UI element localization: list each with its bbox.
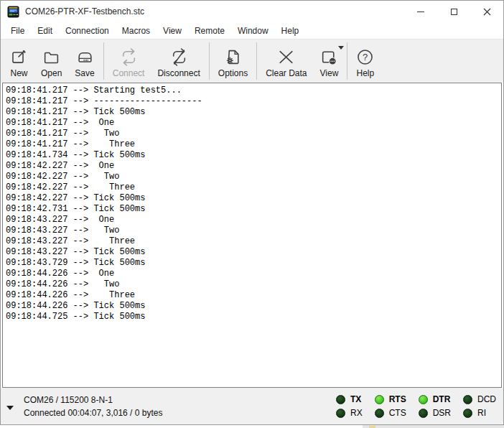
- maximize-button[interactable]: [437, 1, 470, 22]
- app-terminal-icon: [7, 6, 19, 18]
- led-label: RI: [477, 408, 486, 418]
- minimize-button[interactable]: [404, 1, 437, 22]
- led-indicator: TX: [336, 394, 363, 404]
- options-button[interactable]: Options: [212, 39, 254, 83]
- log-line: 09:18:41.217 --> Tick 500ms: [6, 107, 501, 118]
- save-button[interactable]: Save: [68, 39, 101, 83]
- port-dropdown-arrow-icon[interactable]: [6, 406, 14, 410]
- terminal-log[interactable]: 09:18:41.217 --> Starting test5... 09:18…: [2, 83, 502, 388]
- led-label: DTR: [433, 394, 451, 404]
- led-label: RX: [350, 408, 363, 418]
- led-label: DSR: [433, 408, 451, 418]
- log-line: 09:18:44.226 --> Tick 500ms: [6, 301, 501, 312]
- signal-led-panel: TX RTS DTR DCD RX CTS DSR: [336, 394, 496, 418]
- svg-text:?: ?: [363, 52, 368, 62]
- log-line: 09:18:44.725 --> Tick 500ms: [6, 312, 501, 322]
- help-label: Help: [356, 68, 374, 78]
- close-button[interactable]: [470, 1, 503, 22]
- clear-x-icon: [277, 48, 295, 66]
- open-folder-icon: [42, 48, 60, 66]
- status-text-block: COM26 / 115200 8-N-1 Connected 00:04:07,…: [24, 394, 162, 419]
- led-light-icon: [463, 395, 472, 404]
- toolbar-separator: [103, 42, 104, 80]
- new-label: New: [10, 68, 27, 78]
- log-line: 09:18:42.227 --> Tick 500ms: [6, 193, 501, 204]
- app-window: COM26-PTR-XF-Testbench.stc File Edit Con…: [0, 0, 504, 425]
- menu-item[interactable]: Help: [275, 24, 306, 38]
- toolbar-separator: [209, 42, 210, 80]
- clear-data-button[interactable]: Clear Data: [259, 39, 313, 83]
- led-label: DCD: [477, 394, 496, 404]
- led-label: CTS: [389, 408, 406, 418]
- disconnect-arrows-slash-icon: [170, 48, 188, 66]
- help-question-icon: ?: [356, 48, 374, 66]
- log-line: 09:18:44.226 --> Two: [6, 279, 501, 290]
- toolbar: New Open Save Connec: [1, 39, 503, 83]
- connect-arrows-icon: [120, 48, 138, 66]
- open-button[interactable]: Open: [34, 39, 68, 83]
- window-controls: [404, 1, 503, 22]
- clear-data-label: Clear Data: [266, 68, 307, 78]
- log-line: 09:18:44.226 --> One: [6, 269, 501, 279]
- menu-item[interactable]: File: [4, 24, 31, 38]
- led-light-icon: [419, 409, 428, 418]
- log-line: 09:18:44.226 --> Three: [6, 290, 501, 301]
- log-line: 09:18:43.227 --> Two: [6, 225, 501, 236]
- log-line: 09:18:41.217 --> One: [6, 118, 501, 129]
- menu-item[interactable]: Connection: [59, 24, 116, 38]
- led-light-icon: [336, 395, 345, 404]
- log-line: 09:18:41.734 --> Tick 500ms: [6, 150, 501, 161]
- save-drive-icon: [76, 48, 94, 66]
- menu-item[interactable]: Edit: [31, 24, 59, 38]
- log-line: 09:18:41.217 --> Two: [6, 129, 501, 139]
- log-line: 09:18:42.227 --> Three: [6, 182, 501, 193]
- view-label: View: [320, 68, 339, 78]
- gear-icon: [227, 57, 233, 63]
- view-dropdown-arrow-icon: [338, 46, 344, 50]
- menu-item[interactable]: View: [157, 24, 188, 38]
- log-line: 09:18:43.227 --> One: [6, 215, 501, 225]
- close-icon: [483, 8, 491, 16]
- new-button[interactable]: New: [4, 39, 34, 83]
- connect-label: Connect: [113, 68, 145, 78]
- options-gear-document-icon: [224, 48, 242, 66]
- view-button[interactable]: View: [314, 39, 345, 83]
- menu-item[interactable]: Macros: [116, 24, 157, 38]
- port-settings-text: COM26 / 115200 8-N-1: [24, 394, 162, 406]
- led-light-icon: [375, 395, 384, 404]
- log-line: 09:18:43.227 --> Tick 500ms: [6, 247, 501, 258]
- log-line: 09:18:42.731 --> Tick 500ms: [6, 204, 501, 215]
- maximize-icon: [451, 9, 457, 15]
- open-label: Open: [41, 68, 62, 78]
- led-label: TX: [350, 394, 361, 404]
- led-light-icon: [463, 409, 472, 418]
- led-label: RTS: [389, 394, 406, 404]
- led-indicator: DSR: [419, 408, 451, 418]
- log-line: 09:18:41.217 --> Three: [6, 139, 501, 150]
- log-line: 09:18:41.217 --> ---------------------: [6, 96, 501, 107]
- toolbar-separator: [256, 42, 257, 80]
- led-indicator: RI: [463, 408, 496, 418]
- log-line: 09:18:43.227 --> Three: [6, 236, 501, 247]
- status-bar: COM26 / 115200 8-N-1 Connected 00:04:07,…: [1, 388, 503, 424]
- connect-button[interactable]: Connect: [106, 39, 151, 83]
- led-light-icon: [419, 395, 428, 404]
- save-label: Save: [75, 68, 94, 78]
- led-indicator: CTS: [375, 408, 406, 418]
- led-indicator: DTR: [419, 394, 451, 404]
- led-light-icon: [375, 409, 384, 418]
- log-line: 09:18:41.217 --> Starting test5...: [6, 85, 501, 96]
- new-document-icon: [10, 48, 28, 66]
- log-line: 09:18:43.729 --> Tick 500ms: [6, 258, 501, 269]
- connection-stats-text: Connected 00:04:07, 3,016 / 0 bytes: [24, 406, 162, 419]
- log-line: 09:18:42.227 --> One: [6, 161, 501, 172]
- disconnect-button[interactable]: Disconnect: [151, 39, 206, 83]
- menu-item[interactable]: Remote: [188, 24, 231, 38]
- led-indicator: RX: [336, 408, 363, 418]
- title-bar: COM26-PTR-XF-Testbench.stc: [1, 1, 503, 22]
- help-button[interactable]: ? Help: [350, 39, 381, 83]
- minimize-icon: [417, 11, 424, 12]
- log-line: 09:18:42.227 --> Two: [6, 172, 501, 182]
- toolbar-separator: [347, 42, 347, 80]
- menu-item[interactable]: Window: [231, 24, 275, 38]
